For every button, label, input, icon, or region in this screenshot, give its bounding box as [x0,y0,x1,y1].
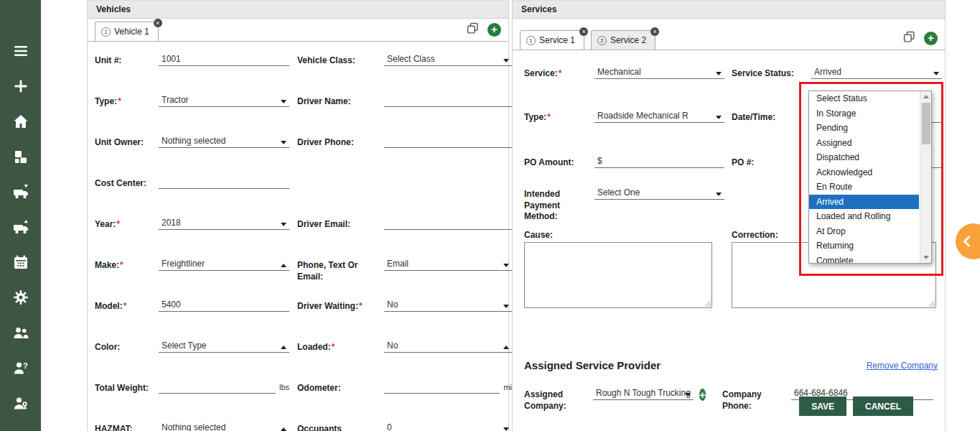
remove-company-link[interactable]: Remove Company [867,361,938,371]
type-label: Type:* [95,94,151,135]
scrollbar-thumb[interactable] [922,103,930,144]
vehicles-panel-title: Vehicles [88,0,508,19]
total-weight-unit: lbs [279,381,289,391]
driver-name-input[interactable] [384,94,512,107]
unit-owner-select[interactable]: Nothing selected [159,135,289,148]
date-time-label: Date/Time: [732,110,804,155]
occupants-label: Occupants [297,422,376,431]
close-tab-icon[interactable]: × [650,27,659,36]
status-option[interactable]: Acknowledged [809,165,919,180]
settings-icon[interactable] [11,288,30,307]
driver-waiting-select[interactable]: No [384,299,512,312]
scroll-down-icon[interactable] [923,256,929,259]
currency-prefix: $ [597,156,602,166]
vehicle-class-label: Vehicle Class: [297,53,376,94]
save-button[interactable]: SAVE [799,397,846,416]
cause-textarea[interactable] [524,242,712,308]
status-option[interactable]: Complete [809,254,919,264]
status-option[interactable]: Returning [809,238,919,254]
chevron-down-icon [716,116,722,119]
cost-center-input[interactable] [159,176,289,189]
odometer-unit: mi [503,381,512,391]
status-option[interactable]: Select Status [809,91,919,106]
status-option[interactable]: Dispatched [809,150,919,165]
add-icon[interactable] [11,77,30,96]
vehicles-panel: Vehicles 1 Vehicle 1 × + Unit #: 1001 Ve… [87,0,509,431]
correction-label: Correction: [732,228,804,242]
type-select[interactable]: Tractor [159,94,289,107]
tab-service-2[interactable]: 2 Service 2 × [591,30,655,50]
vehicles-tabbar: 1 Vehicle 1 × + [88,19,508,42]
scroll-up-icon[interactable] [923,95,929,98]
unit-owner-label: Unit Owner: [95,135,151,176]
intended-payment-method-select[interactable]: Select One [594,187,724,200]
truck-out-icon[interactable] [11,218,30,236]
status-option[interactable]: Loaded and Rolling [809,209,919,224]
color-select[interactable]: Select Type [159,340,289,353]
add-company-button[interactable]: + [699,389,706,401]
year-label: Year:* [95,217,151,258]
status-option[interactable]: Assigned [809,136,919,151]
make-select[interactable]: Freightliner [159,258,289,271]
driver-phone-input[interactable] [384,135,512,148]
odometer-input[interactable] [384,381,500,394]
unit-number-input[interactable]: 1001 [159,53,289,66]
driver-email-input[interactable] [384,217,512,230]
chevron-down-icon [281,223,286,226]
home-icon[interactable] [11,112,30,131]
service-type-label: Type:* [524,110,587,155]
phone-text-or-email-select[interactable]: Email [384,258,512,271]
provider-section-title: Assigned Service Provider [524,359,661,371]
hazmat-select[interactable]: Nothing selected [159,422,289,431]
status-option[interactable]: Pending [809,121,919,136]
status-option[interactable]: En Route [809,180,919,195]
assigned-company-select[interactable]: Rough N Tough Trucking [593,387,694,400]
service-status-select[interactable]: Arrived [811,66,942,79]
vehicle-class-select[interactable]: Select Class [384,53,512,66]
chevron-down-icon [281,141,286,144]
year-select[interactable]: 2018 [159,217,289,230]
user-question-icon[interactable]: ? [11,358,30,377]
loaded-select[interactable]: No [384,340,512,353]
chevron-up-icon [281,346,286,349]
close-tab-icon[interactable]: × [154,19,162,27]
status-option-selected[interactable]: Arrived [809,195,919,210]
packages-icon[interactable] [11,147,30,166]
add-vehicle-button[interactable]: + [487,23,501,37]
service-status-label: Service Status: [732,66,804,110]
service-status-dropdown: Select Status In Storage Pending Assigne… [808,91,932,264]
user-key-icon[interactable] [11,394,30,412]
close-tab-icon[interactable]: × [579,27,588,36]
cancel-button[interactable]: CANCEL [853,397,913,416]
duplicate-service-icon[interactable] [903,31,915,46]
dropdown-scrollbar[interactable] [920,91,931,263]
chevron-down-icon [685,393,691,397]
users-icon[interactable] [11,323,30,342]
chevron-down-icon [933,72,939,75]
status-option[interactable]: At Drop [809,224,919,239]
total-weight-input[interactable] [159,381,276,394]
tab-service-1[interactable]: 1 Service 1 × [520,30,584,50]
service-select[interactable]: Mechanical [594,66,724,79]
tab-label: Service 1 [539,35,575,45]
color-label: Color: [95,340,151,381]
add-service-button[interactable]: + [924,32,938,45]
status-option[interactable]: In Storage [809,106,919,121]
make-label: Make:* [95,258,151,299]
calendar-icon[interactable] [11,253,30,272]
duplicate-vehicle-icon[interactable] [467,22,479,37]
occupants-select[interactable]: 0 [384,422,512,431]
model-input[interactable]: 5400 [159,299,289,312]
po-amount-input[interactable]: $ [594,155,724,168]
service-type-select[interactable]: Roadside Mechanical R [594,110,724,123]
collapse-panel-button[interactable] [956,223,980,259]
tab-vehicle-1[interactable]: 1 Vehicle 1 × [95,22,159,41]
po-amount-label: PO Amount: [524,155,587,187]
tab-number-badge: 1 [526,36,536,45]
truck-in-icon[interactable] [11,182,30,201]
chevron-down-icon [503,305,509,308]
service-label: Service:* [524,66,587,110]
model-label: Model:* [95,299,151,340]
menu-icon[interactable] [11,42,30,60]
intended-payment-method-label: Intended Payment Method: [524,187,587,228]
